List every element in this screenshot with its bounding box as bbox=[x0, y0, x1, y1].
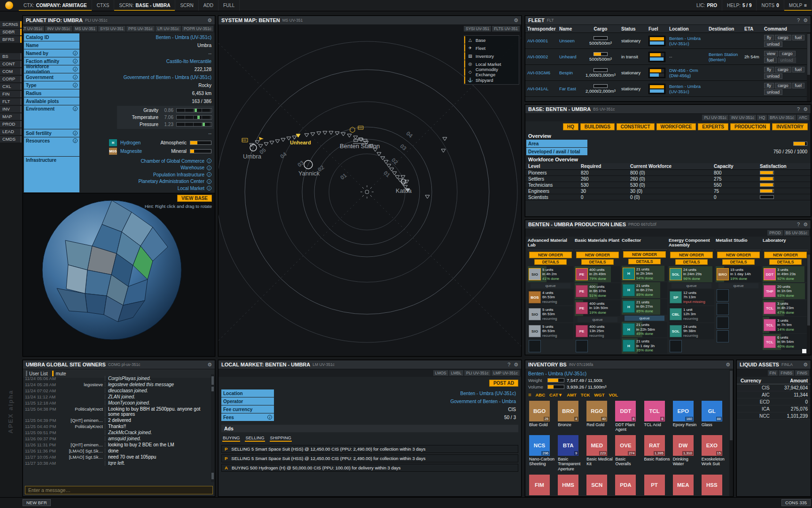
info-icon[interactable]: i bbox=[73, 138, 78, 143]
inventory-item[interactable]: NCS296Nano-Carbon Sheeting bbox=[529, 435, 555, 472]
empty-slot[interactable] bbox=[717, 330, 729, 342]
production-order[interactable]: SIO5 unitsin 4h 2m41% done bbox=[528, 266, 573, 282]
sidebar-item-sdbr[interactable]: SDBR bbox=[0, 29, 22, 35]
sort-cat[interactable]: CAT▼ bbox=[549, 392, 562, 397]
production-order[interactable]: H21 unitsin 22h 58m45% done bbox=[622, 322, 667, 337]
inventory-location-link[interactable]: Benten - Umbra (UV-351c) bbox=[528, 371, 586, 376]
production-order[interactable]: TCL3 unitsin 4h 23m47% done bbox=[763, 300, 808, 316]
market-ad[interactable]: PSELLING 5 Smart Space Suit (HSS) @ 12,4… bbox=[221, 445, 518, 453]
inventory-item[interactable]: DDT6DDT Plant Agent bbox=[615, 401, 641, 433]
legend-shipyard[interactable]: ⚓Shipyard bbox=[464, 76, 519, 84]
inventory-item[interactable]: RGO40Red Gold bbox=[586, 401, 613, 433]
help-icon[interactable]: ? bbox=[797, 222, 800, 228]
details-button[interactable]: DETAILS bbox=[722, 259, 755, 265]
gear-icon[interactable]: ⚙ bbox=[803, 222, 808, 228]
production-order[interactable]: PE400 unitsin 6h 37m51% done bbox=[575, 283, 620, 299]
legend-commodity-exchange[interactable]: ◇Commodity Exchange bbox=[464, 68, 519, 76]
sidebar-item-cmds[interactable]: CMDS bbox=[0, 136, 22, 143]
resize-handle[interactable] bbox=[802, 349, 806, 353]
fleet-scrollbar[interactable] bbox=[807, 33, 811, 101]
production-order[interactable]: TCL6 unitsin 9h 54m40% done bbox=[763, 334, 808, 350]
info-icon[interactable]: i bbox=[207, 186, 211, 190]
gear-icon[interactable]: ⚙ bbox=[803, 106, 808, 112]
inventory-item[interactable]: FIM bbox=[529, 475, 555, 496]
empty-slot[interactable] bbox=[529, 340, 541, 352]
cargo-button[interactable]: cargo bbox=[775, 83, 791, 88]
new-order-button[interactable]: NEW ORDER bbox=[764, 252, 807, 258]
notifications-indicator[interactable]: NOTS0 bbox=[757, 0, 784, 11]
chat-messages[interactable]: 11/24 05:06 AMCorgisPlayas joined. 11/24… bbox=[23, 375, 215, 484]
inventory-item[interactable]: MED223Basic Medical Kit bbox=[586, 435, 613, 472]
production-scrollbar[interactable] bbox=[807, 254, 811, 355]
workforce-button[interactable]: WORKFORCE bbox=[656, 123, 696, 130]
sort-tck[interactable]: TCK bbox=[581, 392, 590, 397]
system-map-canvas[interactable]: 05 04 03 02 01 04 03 02 01 bbox=[219, 25, 521, 357]
inventory-item[interactable]: EPO160Epoxy Resin bbox=[673, 401, 699, 433]
legend-base[interactable]: △Base bbox=[464, 36, 519, 44]
new-order-button[interactable]: NEW ORDER bbox=[529, 252, 572, 258]
ship-transponder-link[interactable]: AVI-00001 bbox=[527, 38, 548, 43]
resource-name-link[interactable]: Magnesite bbox=[120, 149, 154, 154]
fuel-button[interactable]: fuel bbox=[792, 83, 805, 88]
inventory-item[interactable]: OVE274Basic Overalls bbox=[615, 435, 641, 472]
planet-globe-area[interactable]: VIEW BASE Hint: Right click and drag to … bbox=[23, 193, 215, 356]
unload-button[interactable]: unload bbox=[764, 89, 782, 95]
location-link[interactable]: Benten - Umbra (UV-351c) bbox=[669, 84, 701, 94]
fuel-button[interactable]: fuel bbox=[792, 35, 805, 40]
sidebar-item-scrns[interactable]: SCRNS bbox=[0, 21, 22, 28]
gear-icon[interactable]: ⚙ bbox=[803, 17, 808, 24]
cargo-button[interactable]: cargo bbox=[779, 51, 796, 56]
destination-link[interactable]: Benten Station (Benten) bbox=[709, 52, 738, 62]
chat-message-input[interactable] bbox=[25, 486, 213, 494]
fly-button[interactable]: fly bbox=[764, 35, 774, 40]
sidebar-item-cont[interactable]: CONT bbox=[0, 61, 22, 67]
ship-transponder-link[interactable]: AVI-00002 bbox=[527, 54, 548, 59]
ship-name-link[interactable]: Unheard bbox=[559, 54, 576, 59]
tab-popr[interactable]: POPR UV-351c bbox=[182, 26, 213, 32]
fuel-button[interactable]: fuel bbox=[764, 57, 777, 63]
hq-button[interactable]: HQ bbox=[563, 123, 578, 130]
new-buffer-button[interactable]: NEW BFR bbox=[23, 499, 51, 506]
production-order[interactable]: H21 unitsin 2h 34m94% done bbox=[622, 266, 667, 281]
production-button[interactable]: PRODUCTION bbox=[730, 123, 770, 130]
tab-finis[interactable]: FINIS bbox=[795, 370, 809, 376]
tab-ms[interactable]: MS UV-351 bbox=[73, 26, 97, 32]
info-icon[interactable]: i bbox=[207, 172, 211, 177]
gear-icon[interactable]: ⚙ bbox=[726, 362, 730, 368]
lm-operator-link[interactable]: Government of Benten - Umbra bbox=[450, 399, 516, 404]
production-order[interactable]: H21 unitsin 6h 27m85% done bbox=[622, 282, 667, 298]
info-icon[interactable]: i bbox=[73, 59, 78, 64]
production-order[interactable]: SIO5 units6h 53mrecurring bbox=[528, 323, 573, 339]
full-button[interactable]: FULL bbox=[219, 0, 240, 11]
tab-flts[interactable]: FLTS UV-351 bbox=[492, 26, 520, 32]
apex-logo-icon[interactable] bbox=[5, 1, 13, 9]
gear-icon[interactable]: ⚙ bbox=[514, 362, 518, 368]
shipping-tab[interactable]: SHIPPING bbox=[270, 435, 292, 442]
ship-transponder-link[interactable]: AVI-03GM6 bbox=[527, 70, 550, 75]
commodity-chip[interactable]: H bbox=[109, 139, 117, 146]
scrn-button[interactable]: SCRN bbox=[175, 0, 198, 11]
help-icon[interactable]: ? bbox=[797, 106, 800, 112]
location-link[interactable]: DW-456 - Orm (DW-456g) bbox=[669, 68, 698, 78]
sidebar-item-corp[interactable]: CORP bbox=[0, 76, 22, 82]
add-button[interactable]: ADD bbox=[199, 0, 219, 11]
molp-menu[interactable]: MOLP≡ bbox=[784, 0, 812, 11]
buildings-button[interactable]: BUILDINGS bbox=[580, 123, 615, 130]
tab-prod[interactable]: PROD bbox=[767, 230, 783, 236]
tab-bra[interactable]: BRA UV-351c bbox=[768, 115, 796, 120]
info-icon[interactable]: i bbox=[267, 415, 272, 420]
ship-name-link[interactable]: Bespin bbox=[559, 70, 573, 75]
tab-lmos[interactable]: LMOS bbox=[433, 370, 448, 376]
details-button[interactable]: DETAILS bbox=[628, 259, 661, 264]
production-order[interactable]: THF20 unitsin 1h 0m93% done bbox=[763, 283, 808, 299]
sort-amt[interactable]: AMT bbox=[567, 392, 577, 397]
screen-selector[interactable]: SCRN:BASE - UMBRA bbox=[114, 0, 175, 11]
new-order-button[interactable]: NEW ORDER bbox=[576, 252, 619, 258]
production-order[interactable]: H21 unitsin 1 day 3h35% done bbox=[622, 338, 667, 354]
legend-fleet[interactable]: ✈Fleet bbox=[464, 44, 519, 52]
tab-fin[interactable]: FIN bbox=[768, 370, 778, 376]
construct-button[interactable]: CONSTRUCT bbox=[617, 123, 655, 130]
production-order[interactable]: TCL3 unitsin 7h 9m14% done bbox=[763, 317, 808, 333]
selling-tab[interactable]: SELLING bbox=[245, 435, 265, 442]
sidebar-item-inv[interactable]: INV bbox=[0, 106, 22, 112]
